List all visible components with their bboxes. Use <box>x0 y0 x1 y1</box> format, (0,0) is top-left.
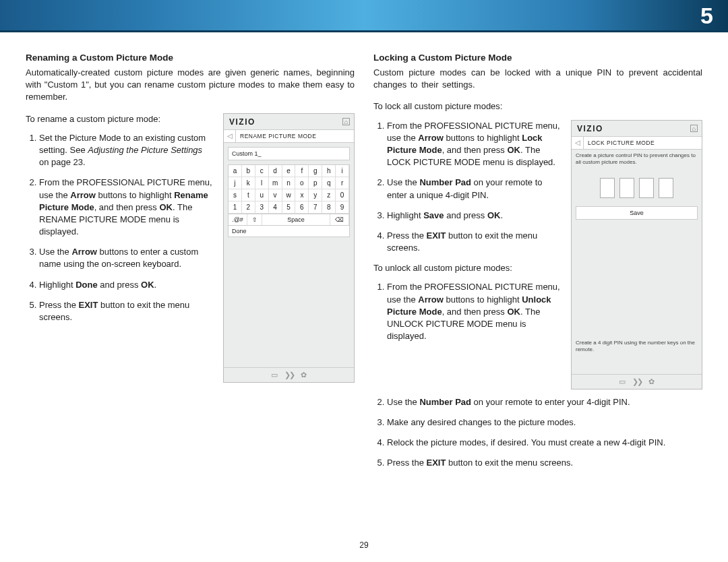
key: 3 <box>255 201 269 214</box>
key: r <box>336 177 349 189</box>
key: u <box>255 189 269 201</box>
key: c <box>255 165 269 177</box>
chapter-number: 5 <box>700 3 713 29</box>
section-title-lock: Locking a Custom Picture Mode <box>373 53 702 63</box>
keyboard-bottom: .@# ⇧ Space ⌫ <box>228 214 350 226</box>
key: i <box>336 165 349 177</box>
section-title-rename: Renaming a Custom Picture Mode <box>26 53 355 63</box>
key: w <box>282 189 296 201</box>
lock-mockup: VIZIO ⌂ ◁ LOCK PICTURE MODE Create a pic… <box>571 120 702 389</box>
lead-in: To rename a custom picture mode: <box>26 113 214 125</box>
key: n <box>282 177 296 189</box>
step: Use the Arrow buttons to enter a custom … <box>39 246 214 270</box>
step: Make any desired changes to the picture … <box>387 416 702 429</box>
tv-icon: ✿ <box>301 371 307 379</box>
step: Use the Number Pad on your remote to ent… <box>387 396 702 408</box>
step: Highlight Save and press OK. <box>387 210 562 222</box>
home-icon: ⌂ <box>342 118 350 125</box>
key: q <box>322 177 336 189</box>
rename-steps: Set the Picture Mode to an existing cust… <box>26 132 214 323</box>
backspace-key: ⌫ <box>330 214 349 225</box>
pin-row <box>572 178 702 198</box>
key: a <box>229 165 242 177</box>
symbols-key: .@# <box>229 214 247 225</box>
key: 7 <box>309 201 322 214</box>
pin-box <box>600 178 615 198</box>
back-icon: ◁ <box>572 137 584 149</box>
key: 0 <box>336 189 349 201</box>
tv-icon: ▭ <box>271 371 278 379</box>
key: e <box>282 165 296 177</box>
lock-steps: From the PROFESSIONAL PICTURE menu, use … <box>373 120 562 255</box>
tv-subtitle: RENAME PICTURE MODE <box>236 130 354 142</box>
step: Highlight Done and press OK. <box>39 279 214 291</box>
step: Press the EXIT button to exit the menu s… <box>39 299 214 323</box>
rename-mockup: VIZIO ⌂ ◁ RENAME PICTURE MODE Custom 1_ … <box>223 113 355 383</box>
key: z <box>322 189 336 201</box>
unlock-lead: To unlock all custom picture modes: <box>373 262 562 274</box>
intro-paragraph: Automatically-created custom picture mod… <box>26 67 355 104</box>
key: 2 <box>242 201 255 214</box>
page-content: Renaming a Custom Picture Mode Automatic… <box>0 32 728 491</box>
lock-lead: To lock all custom picture modes: <box>373 100 702 113</box>
home-icon: ⌂ <box>690 125 698 132</box>
lock-desc: Create a picture control PIN to prevent … <box>576 152 698 166</box>
key: 1 <box>229 201 242 214</box>
step: From the PROFESSIONAL PICTURE menu, use … <box>387 281 562 342</box>
tv-icon: ❯❯ <box>284 371 294 379</box>
keyboard-grid: abcdefghijklmnopqrstuvwxyz0123456789 <box>228 164 350 214</box>
key: 6 <box>295 201 309 214</box>
key: 5 <box>282 201 296 214</box>
step: Press the EXIT button to exit the menu s… <box>387 457 702 469</box>
step: Press the EXIT button to exit the menu s… <box>387 230 562 254</box>
key: k <box>242 177 255 189</box>
name-preview: Custom 1_ <box>228 147 350 160</box>
key: p <box>309 177 322 189</box>
pin-box <box>659 178 673 198</box>
step: From the PROFESSIONAL PICTURE menu, use … <box>387 120 562 169</box>
tv-brand: VIZIO <box>229 117 342 127</box>
key: t <box>242 189 255 201</box>
step: Use the Number Pad on your remote to ent… <box>387 177 562 201</box>
unlock-steps-cont: Use the Number Pad on your remote to ent… <box>373 396 702 470</box>
key: m <box>269 177 282 189</box>
back-icon: ◁ <box>224 130 236 142</box>
tv-subtitle: LOCK PICTURE MODE <box>584 137 702 149</box>
key: f <box>295 165 309 177</box>
step: From the PROFESSIONAL PICTURE menu, use … <box>39 177 214 238</box>
tv-icon: ❯❯ <box>632 377 642 386</box>
key: d <box>269 165 282 177</box>
pin-box <box>639 178 654 198</box>
tv-brand: VIZIO <box>577 124 690 133</box>
key: l <box>255 177 269 189</box>
tv-bottom-icons: ▭ ❯❯ ✿ <box>224 367 354 382</box>
left-column: Renaming a Custom Picture Mode Automatic… <box>26 53 355 477</box>
page-number: 29 <box>359 540 368 550</box>
key: y <box>309 189 322 201</box>
step: Set the Picture Mode to an existing cust… <box>39 132 214 169</box>
right-column: Locking a Custom Picture Mode Custom pic… <box>373 53 702 477</box>
done-key: Done <box>228 226 350 237</box>
lock-hint: Create a 4 digit PIN using the number ke… <box>576 340 698 354</box>
key: x <box>295 189 309 201</box>
key: 9 <box>336 201 349 214</box>
unlock-steps: From the PROFESSIONAL PICTURE menu, use … <box>373 281 562 342</box>
space-key: Space <box>262 214 330 225</box>
key: s <box>229 189 242 201</box>
key: v <box>269 189 282 201</box>
key: g <box>309 165 322 177</box>
step: Relock the picture modes, if desired. Yo… <box>387 437 702 449</box>
key: h <box>322 165 336 177</box>
save-button: Save <box>576 206 698 220</box>
intro-paragraph: Custom picture modes can be locked with … <box>373 67 702 91</box>
pin-box <box>619 178 634 198</box>
tv-icon: ▭ <box>619 377 626 386</box>
key: 8 <box>322 201 336 214</box>
tv-bottom-icons: ▭ ❯❯ ✿ <box>572 374 702 389</box>
shift-key: ⇧ <box>247 214 262 225</box>
key: 4 <box>269 201 282 214</box>
tv-icon: ✿ <box>648 377 655 386</box>
header-bar: 5 <box>0 0 728 32</box>
key: o <box>295 177 309 189</box>
key: j <box>229 177 242 189</box>
